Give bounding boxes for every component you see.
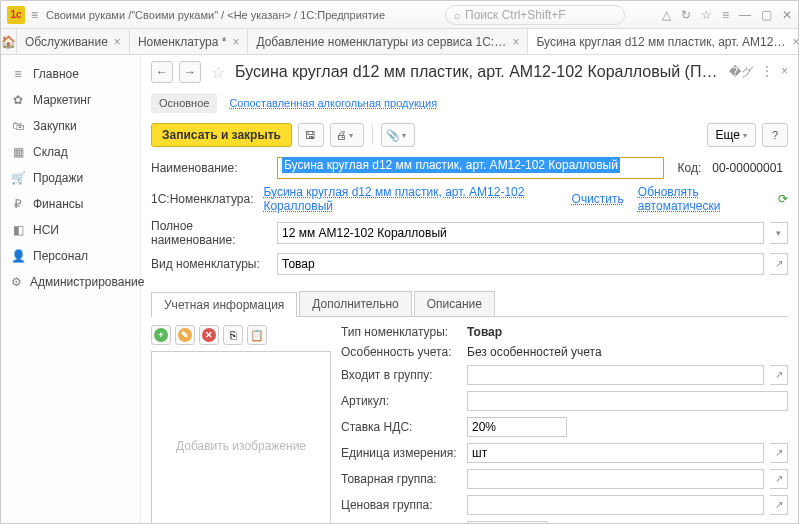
tab-description[interactable]: Описание (414, 291, 495, 316)
code-label: Код: (678, 161, 702, 175)
vat-label: Ставка НДС: (341, 420, 461, 434)
section-main[interactable]: Основное (151, 93, 217, 113)
menu-icon[interactable]: ≡ (31, 8, 38, 22)
maximize-icon[interactable]: ▢ (761, 8, 772, 22)
open-ref-icon[interactable]: ↗ (770, 253, 788, 275)
star-icon[interactable]: ☆ (701, 8, 712, 22)
price-group-label: Ценовая группа: (341, 498, 461, 512)
back-button[interactable]: ← (151, 61, 173, 83)
group-input[interactable] (467, 365, 764, 385)
search-input[interactable]: Поиск Ctrl+Shift+F (445, 5, 625, 25)
app-logo: 1c (7, 6, 25, 24)
history-icon[interactable]: ↻ (681, 8, 691, 22)
link-icon[interactable]: �グ (729, 64, 753, 81)
gear-icon: ⚙ (11, 275, 22, 289)
sidebar-item-admin[interactable]: ⚙Администрирование (1, 269, 140, 295)
bag-icon: 🛍 (11, 119, 25, 133)
save-button[interactable]: 🖫 (298, 123, 324, 147)
fullname-label: Полное наименование: (151, 219, 271, 247)
panel-icon: ◧ (11, 223, 25, 237)
settings-icon[interactable]: ≡ (722, 8, 729, 22)
tab-service[interactable]: Обслуживание× (17, 29, 130, 54)
dropdown-icon[interactable]: ▾ (770, 222, 788, 244)
open-ref-icon[interactable]: ↗ (770, 365, 788, 385)
copy-image-button[interactable]: ⎘ (223, 325, 243, 345)
tab-home[interactable]: 🏠 (1, 29, 17, 54)
type-value: Товар (467, 325, 502, 339)
sidebar-item-nsi[interactable]: ◧НСИ (1, 217, 140, 243)
sidebar-item-marketing[interactable]: ✿Маркетинг (1, 87, 140, 113)
unit-input[interactable]: шт (467, 443, 764, 463)
list-icon: ≡ (11, 67, 25, 81)
price-group-input[interactable] (467, 495, 764, 515)
sidebar-item-warehouse[interactable]: ▦Склад (1, 139, 140, 165)
kebab-icon[interactable]: ⋮ (761, 64, 773, 81)
help-button[interactable]: ? (762, 123, 788, 147)
kind-label: Вид номенклатуры: (151, 257, 271, 271)
article-input[interactable] (467, 391, 788, 411)
article-label: Артикул: (341, 394, 461, 408)
feature-value: Без особенностей учета (467, 345, 602, 359)
name-input[interactable]: Бусина круглая d12 мм пластик, арт. AM12… (277, 157, 664, 179)
fullname-input[interactable] (277, 222, 764, 244)
sidebar-item-purchases[interactable]: 🛍Закупки (1, 113, 140, 139)
clear-link[interactable]: Очистить (572, 192, 624, 206)
feature-label: Особенность учета: (341, 345, 461, 359)
tab-add-nomenclature[interactable]: Добавление номенклатуры из сервиса 1С:Но… (248, 29, 528, 54)
delete-image-button[interactable]: ✕ (199, 325, 219, 345)
group-label: Входит в группу: (341, 368, 461, 382)
tab-item[interactable]: Бусина круглая d12 мм пластик, арт. AM12… (528, 29, 799, 54)
close-icon[interactable]: × (512, 35, 519, 49)
sidebar-item-main[interactable]: ≡Главное (1, 61, 140, 87)
onec-link[interactable]: Бусина круглая d12 мм пластик, арт. AM12… (263, 185, 559, 213)
more-button[interactable]: Еще (707, 123, 756, 147)
page-title: Бусина круглая d12 мм пластик, арт. AM12… (235, 63, 723, 81)
paste-image-button[interactable]: 📋 (247, 325, 267, 345)
close-panel-icon[interactable]: × (781, 64, 788, 81)
window-title: Своими руками /"Своими руками" / <Не ука… (46, 9, 385, 21)
grid-icon: ▦ (11, 145, 25, 159)
kind-input[interactable] (277, 253, 764, 275)
tab-nomenclature[interactable]: Номенклатура *× (130, 29, 249, 54)
person-icon: 👤 (11, 249, 25, 263)
vat-input[interactable]: 20% (467, 417, 567, 437)
code-value: 00-00000001 (707, 158, 788, 178)
add-image-button[interactable]: + (151, 325, 171, 345)
forward-button[interactable]: → (179, 61, 201, 83)
tab-bar: 🏠 Обслуживание× Номенклатура *× Добавлен… (1, 29, 798, 55)
name-label: Наименование: (151, 161, 271, 175)
favorite-icon[interactable]: ☆ (211, 63, 225, 82)
open-ref-icon[interactable]: ↗ (770, 469, 788, 489)
close-icon[interactable]: × (792, 35, 799, 49)
minimize-icon[interactable]: — (739, 8, 751, 22)
goods-group-input[interactable] (467, 469, 764, 489)
open-ref-icon[interactable]: ↗ (770, 443, 788, 463)
cart-icon: 🛒 (11, 171, 25, 185)
sidebar-item-personnel[interactable]: 👤Персонал (1, 243, 140, 269)
sidebar-item-finance[interactable]: ₽Финансы (1, 191, 140, 217)
open-ref-icon[interactable]: ↗ (770, 495, 788, 515)
tab-additional[interactable]: Дополнительно (299, 291, 411, 316)
section-alcohol[interactable]: Сопоставленная алкогольная продукция (229, 97, 437, 109)
ruble-icon: ₽ (11, 197, 25, 211)
close-icon[interactable]: × (114, 35, 121, 49)
type-label: Тип номенклатуры: (341, 325, 461, 339)
tab-accounting[interactable]: Учетная информация (151, 292, 297, 317)
onec-label: 1С:Номенклатура: (151, 192, 257, 206)
goods-group-label: Товарная группа: (341, 472, 461, 486)
edit-image-button[interactable]: ✎ (175, 325, 195, 345)
marketing-icon: ✿ (11, 93, 25, 107)
sidebar: ≡Главное ✿Маркетинг 🛍Закупки ▦Склад 🛒Про… (1, 55, 141, 524)
bell-icon[interactable]: △ (662, 8, 671, 22)
refresh-icon[interactable]: ⟳ (778, 192, 788, 206)
attach-button[interactable]: 📎 (381, 123, 415, 147)
sidebar-item-sales[interactable]: 🛒Продажи (1, 165, 140, 191)
unit-label: Единица измерения: (341, 446, 461, 460)
print-button[interactable]: 🖨 (330, 123, 364, 147)
image-placeholder[interactable]: Добавить изображение (151, 351, 331, 524)
close-icon[interactable]: ✕ (782, 8, 792, 22)
close-icon[interactable]: × (232, 35, 239, 49)
save-close-button[interactable]: Записать и закрыть (151, 123, 292, 147)
auto-update-link[interactable]: Обновлять автоматически (638, 185, 768, 213)
